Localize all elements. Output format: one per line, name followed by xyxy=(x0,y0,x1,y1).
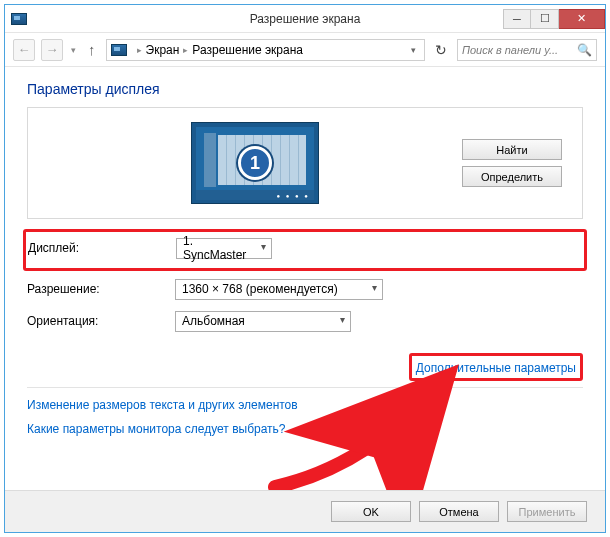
breadcrumb-dropdown[interactable]: ▾ xyxy=(407,45,420,55)
search-input[interactable]: Поиск в панели у... 🔍 xyxy=(457,39,597,61)
apply-button[interactable]: Применить xyxy=(507,501,587,522)
orientation-label: Ориентация: xyxy=(27,314,175,328)
separator xyxy=(27,387,583,388)
window-icon xyxy=(11,13,27,25)
display-select[interactable]: 1. SyncMaster xyxy=(176,238,272,259)
nav-forward-button[interactable]: → xyxy=(41,39,63,61)
window-title: Разрешение экрана xyxy=(250,12,361,26)
cancel-button[interactable]: Отмена xyxy=(419,501,499,522)
content-area: Параметры дисплея ● ● ● ● 1 Найти Опреде… xyxy=(5,67,605,490)
orientation-select[interactable]: Альбомная xyxy=(175,311,351,332)
resolution-row: Разрешение: 1360 × 768 (рекомендуется) xyxy=(27,275,583,303)
chevron-right-icon: ▸ xyxy=(137,45,142,55)
breadcrumb[interactable]: ▸ Экран ▸ Разрешение экрана ▾ xyxy=(106,39,426,61)
window-frame: Разрешение экрана ─ ☐ ✕ ← → ▾ ↑ ▸ Экран … xyxy=(4,4,606,533)
chevron-right-icon: ▸ xyxy=(183,45,188,55)
breadcrumb-current[interactable]: Разрешение экрана xyxy=(192,43,303,57)
highlight-display-row: Дисплей: 1. SyncMaster xyxy=(23,229,587,271)
resolution-select[interactable]: 1360 × 768 (рекомендуется) xyxy=(175,279,383,300)
which-monitor-link[interactable]: Какие параметры монитора следует выбрать… xyxy=(27,422,583,436)
display-preview: ● ● ● ● 1 Найти Определить xyxy=(27,107,583,219)
ok-button[interactable]: OK xyxy=(331,501,411,522)
search-placeholder: Поиск в панели у... xyxy=(462,44,558,56)
resolution-label: Разрешение: xyxy=(27,282,175,296)
advanced-settings-link[interactable]: Дополнительные параметры xyxy=(416,361,576,375)
nav-bar: ← → ▾ ↑ ▸ Экран ▸ Разрешение экрана ▾ ↻ … xyxy=(5,33,605,67)
title-bar: Разрешение экрана ─ ☐ ✕ xyxy=(5,5,605,33)
page-heading: Параметры дисплея xyxy=(27,81,583,97)
detect-button[interactable]: Определить xyxy=(462,166,562,187)
nav-history-dropdown[interactable]: ▾ xyxy=(69,45,78,55)
nav-up-button[interactable]: ↑ xyxy=(84,41,100,58)
highlight-advanced-link: Дополнительные параметры xyxy=(409,353,583,381)
search-icon[interactable]: 🔍 xyxy=(577,43,592,57)
monitor-thumbnail[interactable]: ● ● ● ● 1 xyxy=(191,122,319,204)
orientation-row: Ориентация: Альбомная xyxy=(27,307,583,335)
maximize-button[interactable]: ☐ xyxy=(531,9,559,29)
breadcrumb-root[interactable]: Экран xyxy=(146,43,180,57)
display-row: Дисплей: 1. SyncMaster xyxy=(28,234,582,262)
breadcrumb-icon xyxy=(111,44,127,56)
text-size-link[interactable]: Изменение размеров текста и других элеме… xyxy=(27,398,583,412)
nav-back-button[interactable]: ← xyxy=(13,39,35,61)
close-button[interactable]: ✕ xyxy=(559,9,605,29)
minimize-button[interactable]: ─ xyxy=(503,9,531,29)
display-label: Дисплей: xyxy=(28,241,176,255)
bottom-bar: OK Отмена Применить xyxy=(5,490,605,532)
monitor-number: 1 xyxy=(238,146,272,180)
refresh-button[interactable]: ↻ xyxy=(431,40,451,60)
find-button[interactable]: Найти xyxy=(462,139,562,160)
